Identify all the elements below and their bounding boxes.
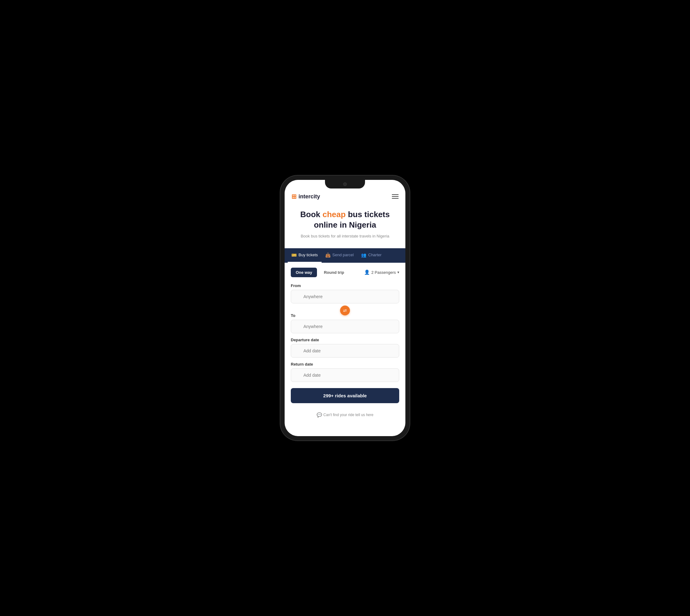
search-rides-button[interactable]: 299+ rides available	[291, 388, 399, 403]
from-input-wrapper: 📍	[291, 290, 399, 303]
tabs-bar: 🎫 Buy tickets 👜 Send parcel 👥 Charter	[285, 248, 405, 263]
passenger-icon: 👤	[364, 269, 370, 275]
passengers-count: 2 Passengers	[371, 270, 396, 275]
swap-area: ⇄	[291, 306, 399, 315]
tab-send-parcel-label: Send parcel	[332, 252, 353, 257]
return-input[interactable]	[291, 368, 399, 382]
from-field-group: From 📍	[291, 283, 399, 303]
hero-section: Book cheap bus tickets online in Nigeria…	[285, 203, 405, 244]
to-input[interactable]	[291, 320, 399, 333]
hero-title-highlight: cheap	[323, 210, 346, 219]
to-field-group: To 📍	[291, 313, 399, 333]
chevron-down-icon: ▾	[397, 270, 399, 274]
departure-text-input[interactable]	[303, 348, 394, 353]
one-way-button[interactable]: One way	[291, 268, 317, 277]
tab-charter-label: Charter	[368, 252, 381, 257]
hero-title-part1: Book	[300, 210, 323, 219]
from-input[interactable]	[291, 290, 399, 303]
logo-area: ⊞ intercity	[292, 193, 320, 200]
ticket-icon: 🎫	[292, 252, 297, 258]
tab-buy-tickets-label: Buy tickets	[299, 252, 318, 257]
to-text-input[interactable]	[303, 324, 394, 329]
departure-date-field-group: Departure date 📅	[291, 337, 399, 358]
phone-screen: ⊞ intercity Book cheap bus tickets onlin…	[285, 180, 405, 436]
departure-label: Departure date	[291, 337, 399, 342]
phone-shell: ⊞ intercity Book cheap bus tickets onlin…	[280, 176, 410, 440]
return-label: Return date	[291, 362, 399, 367]
nav-bar: ⊞ intercity	[285, 190, 405, 203]
return-date-field-group: Return date 📅	[291, 362, 399, 382]
hero-subtitle: Book bus tickets for all interstate trav…	[292, 234, 398, 239]
phone-camera	[343, 182, 347, 186]
footer-help-link[interactable]: 💬 Can't find your ride tell us here	[285, 408, 405, 423]
return-input-wrapper: 📅	[291, 368, 399, 382]
hamburger-line-1	[392, 194, 398, 195]
passengers-button[interactable]: 👤 2 Passengers ▾	[364, 269, 400, 275]
tab-send-parcel[interactable]: 👜 Send parcel	[322, 248, 357, 263]
to-input-wrapper: 📍	[291, 320, 399, 333]
trip-type-row: One way Round trip 👤 2 Passengers ▾	[291, 268, 399, 277]
logo-text: intercity	[299, 193, 320, 200]
round-trip-button[interactable]: Round trip	[319, 268, 349, 277]
tab-buy-tickets[interactable]: 🎫 Buy tickets	[288, 248, 322, 263]
phone-notch	[325, 180, 365, 189]
form-section: One way Round trip 👤 2 Passengers ▾ From…	[285, 263, 405, 408]
departure-input-wrapper: 📅	[291, 344, 399, 358]
hamburger-line-2	[392, 196, 398, 197]
people-icon: 👥	[361, 252, 366, 258]
from-label: From	[291, 283, 399, 288]
hero-title: Book cheap bus tickets online in Nigeria	[292, 210, 398, 230]
footer-help-text: Can't find your ride tell us here	[323, 413, 373, 417]
parcel-icon: 👜	[325, 252, 330, 258]
from-text-input[interactable]	[303, 294, 394, 299]
hamburger-menu-button[interactable]	[392, 194, 398, 199]
chat-icon: 💬	[317, 412, 322, 417]
logo-icon: ⊞	[292, 193, 297, 200]
departure-input[interactable]	[291, 344, 399, 358]
screen-content: ⊞ intercity Book cheap bus tickets onlin…	[285, 180, 405, 436]
return-text-input[interactable]	[303, 373, 394, 378]
hamburger-line-3	[392, 198, 398, 199]
swap-icon: ⇄	[343, 308, 347, 313]
tab-charter[interactable]: 👥 Charter	[357, 248, 385, 263]
swap-button[interactable]: ⇄	[340, 306, 350, 315]
